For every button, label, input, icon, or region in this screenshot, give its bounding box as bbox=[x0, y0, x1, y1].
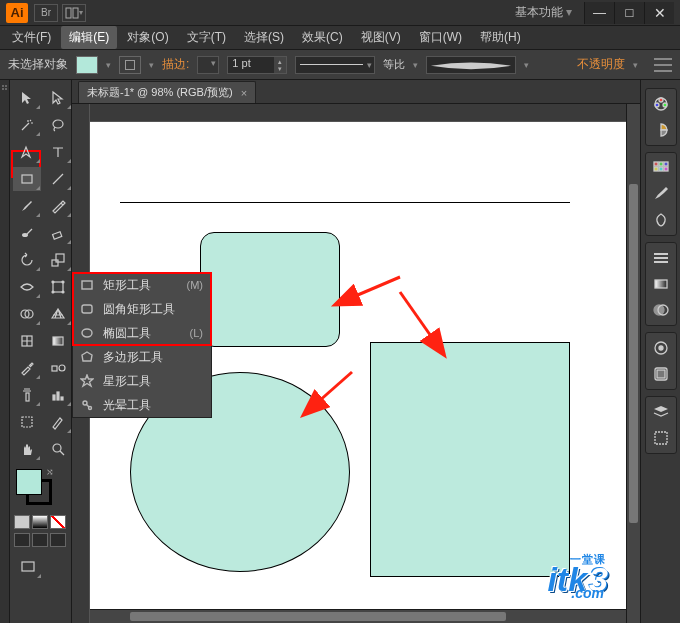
menu-window[interactable]: 窗口(W) bbox=[411, 26, 470, 49]
horizontal-scrollbar[interactable] bbox=[90, 609, 626, 623]
rectangle-shape[interactable] bbox=[370, 342, 570, 577]
svg-rect-27 bbox=[82, 305, 92, 313]
pen-tool[interactable] bbox=[13, 140, 41, 164]
close-button[interactable]: ✕ bbox=[644, 2, 674, 24]
svg-rect-55 bbox=[657, 370, 665, 378]
transparency-panel-icon[interactable] bbox=[649, 299, 673, 321]
swap-fill-stroke-icon[interactable]: ⤭ bbox=[46, 467, 54, 477]
symbols-panel-icon[interactable] bbox=[649, 209, 673, 231]
flyout-rounded-rectangle[interactable]: 圆角矩形工具 bbox=[73, 297, 211, 321]
flyout-ellipse[interactable]: 椭圆工具 (L) bbox=[73, 321, 211, 345]
pencil-tool[interactable] bbox=[44, 194, 72, 218]
opacity-label[interactable]: 不透明度 bbox=[577, 56, 625, 73]
color-mode-buttons bbox=[10, 513, 71, 531]
color-mode-none[interactable] bbox=[50, 515, 66, 529]
width-tool[interactable] bbox=[13, 275, 41, 299]
flyout-polygon[interactable]: 多边形工具 bbox=[73, 345, 211, 369]
paintbrush-tool[interactable] bbox=[13, 194, 41, 218]
magic-wand-tool[interactable] bbox=[13, 113, 41, 137]
mesh-tool[interactable] bbox=[13, 329, 41, 353]
bridge-button[interactable]: Br bbox=[34, 4, 58, 22]
eyedropper-tool[interactable] bbox=[13, 356, 41, 380]
symbol-sprayer-tool[interactable] bbox=[13, 383, 41, 407]
shape-builder-tool[interactable] bbox=[13, 302, 41, 326]
rotate-tool[interactable] bbox=[13, 248, 41, 272]
swatches-panel-icon[interactable] bbox=[649, 157, 673, 179]
gradient-tool[interactable] bbox=[44, 329, 72, 353]
appearance-panel-icon[interactable] bbox=[649, 337, 673, 359]
stroke-weight-input[interactable]: 1 pt▴▾ bbox=[227, 56, 287, 74]
lasso-tool[interactable] bbox=[44, 113, 72, 137]
menu-object[interactable]: 对象(O) bbox=[119, 26, 176, 49]
layers-panel-icon[interactable] bbox=[649, 401, 673, 423]
fill-swatch[interactable] bbox=[76, 56, 98, 74]
artboard-tool[interactable] bbox=[13, 410, 41, 434]
blob-brush-tool[interactable] bbox=[13, 221, 41, 245]
type-tool[interactable] bbox=[44, 140, 72, 164]
minimize-button[interactable]: — bbox=[584, 2, 614, 24]
menu-effect[interactable]: 效果(C) bbox=[294, 26, 351, 49]
fill-stroke-swatch[interactable]: ⤭ bbox=[16, 469, 52, 505]
slice-tool[interactable] bbox=[44, 410, 72, 434]
draw-inside[interactable] bbox=[50, 533, 66, 547]
blend-tool[interactable] bbox=[44, 356, 72, 380]
flyout-flare[interactable]: 光晕工具 bbox=[73, 393, 211, 417]
color-guide-panel-icon[interactable] bbox=[649, 119, 673, 141]
uniform-dropdown-icon[interactable]: ▾ bbox=[413, 60, 418, 70]
draw-behind[interactable] bbox=[32, 533, 48, 547]
fill-dropdown-icon[interactable]: ▾ bbox=[106, 60, 111, 70]
document-tab[interactable]: 未标题-1* @ 98% (RGB/预览) × bbox=[78, 81, 256, 103]
gradient-panel-icon[interactable] bbox=[649, 273, 673, 295]
artboards-panel-icon[interactable] bbox=[649, 427, 673, 449]
stroke-panel-icon[interactable] bbox=[649, 247, 673, 269]
eraser-tool[interactable] bbox=[44, 221, 72, 245]
zoom-tool[interactable] bbox=[44, 437, 72, 461]
graphic-styles-panel-icon[interactable] bbox=[649, 363, 673, 385]
maximize-button[interactable]: □ bbox=[614, 2, 644, 24]
selection-tool[interactable] bbox=[13, 86, 41, 110]
stroke-dropdown-icon[interactable]: ▾ bbox=[149, 60, 154, 70]
menu-help[interactable]: 帮助(H) bbox=[472, 26, 529, 49]
free-transform-tool[interactable] bbox=[44, 275, 72, 299]
screen-mode-tool[interactable] bbox=[14, 555, 42, 579]
line-segment-tool[interactable] bbox=[44, 167, 72, 191]
menu-view[interactable]: 视图(V) bbox=[353, 26, 409, 49]
stroke-swatch[interactable] bbox=[119, 56, 141, 74]
menu-type[interactable]: 文字(T) bbox=[179, 26, 234, 49]
left-dock-strip[interactable] bbox=[0, 80, 10, 623]
scale-tool[interactable] bbox=[44, 248, 72, 272]
workspace-switcher[interactable]: 基本功能 bbox=[515, 4, 572, 21]
color-mode-gradient[interactable] bbox=[32, 515, 48, 529]
perspective-grid-tool[interactable] bbox=[44, 302, 72, 326]
app-window: Ai Br ▾ 基本功能 — □ ✕ 文件(F) 编辑(E) 对象(O) 文字(… bbox=[0, 0, 680, 623]
draw-normal[interactable] bbox=[14, 533, 30, 547]
opacity-dropdown-icon[interactable]: ▾ bbox=[633, 60, 638, 70]
svg-point-9 bbox=[52, 281, 54, 283]
brushes-panel-icon[interactable] bbox=[649, 183, 673, 205]
color-panel-icon[interactable] bbox=[649, 93, 673, 115]
profile-dropdown-icon[interactable]: ▾ bbox=[524, 60, 529, 70]
rounded-rectangle-shape[interactable] bbox=[200, 232, 340, 347]
document-tab-label: 未标题-1* @ 98% (RGB/预览) bbox=[87, 85, 233, 100]
width-profile-dropdown[interactable] bbox=[426, 56, 516, 74]
color-mode-solid[interactable] bbox=[14, 515, 30, 529]
flyout-rectangle[interactable]: 矩形工具 (M) bbox=[73, 273, 211, 297]
menu-select[interactable]: 选择(S) bbox=[236, 26, 292, 49]
horizontal-ruler[interactable] bbox=[90, 104, 626, 122]
stroke-style-dropdown[interactable]: ▾ bbox=[295, 56, 375, 74]
hand-tool[interactable] bbox=[13, 437, 41, 461]
rectangle-tool[interactable] bbox=[13, 167, 41, 191]
column-graph-tool[interactable] bbox=[44, 383, 72, 407]
arrange-docs-button[interactable]: ▾ bbox=[62, 4, 86, 22]
fill-color-swatch[interactable] bbox=[16, 469, 42, 495]
stroke-label[interactable]: 描边: bbox=[162, 56, 189, 73]
stroke-weight-preset[interactable] bbox=[197, 56, 219, 74]
vertical-scrollbar[interactable] bbox=[626, 104, 640, 623]
svg-rect-16 bbox=[53, 337, 63, 345]
control-bar-menu-icon[interactable] bbox=[654, 58, 672, 72]
direct-selection-tool[interactable] bbox=[44, 86, 72, 110]
menu-edit[interactable]: 编辑(E) bbox=[61, 26, 117, 49]
menu-file[interactable]: 文件(F) bbox=[4, 26, 59, 49]
document-tab-close-icon[interactable]: × bbox=[241, 87, 247, 99]
flyout-star[interactable]: 星形工具 bbox=[73, 369, 211, 393]
